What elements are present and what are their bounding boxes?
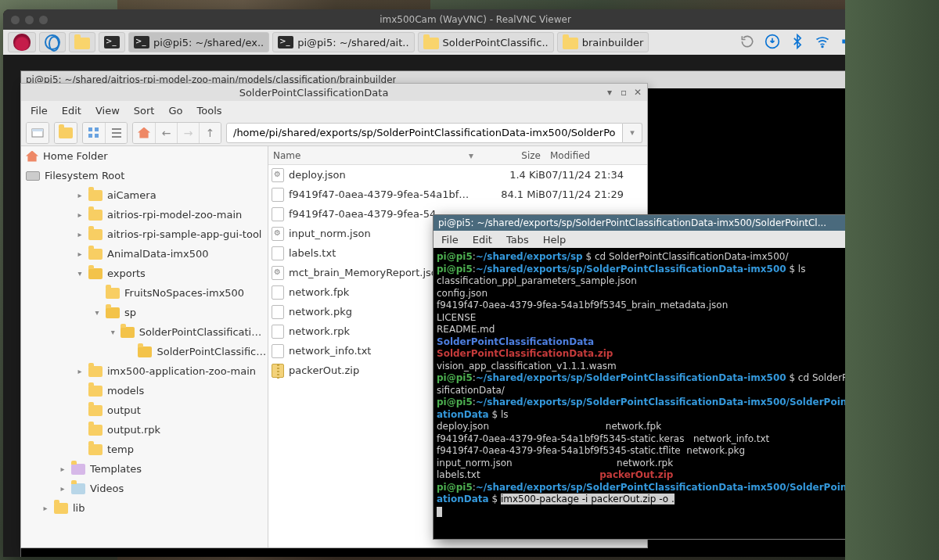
tree-label: output [107, 404, 141, 416]
drive-icon [26, 171, 40, 181]
menu-help[interactable]: Help [543, 234, 567, 246]
window-controls[interactable]: ▾▫✕ [873, 217, 914, 228]
taskbar-item-7[interactable]: brainbuilder [557, 32, 649, 52]
min-button[interactable]: ▾ [603, 87, 616, 98]
file-list-header[interactable]: Name ▾ Size Modified [268, 146, 647, 165]
folder-icon [423, 38, 439, 49]
min-button[interactable]: ▾ [883, 74, 896, 85]
tree-item[interactable]: output.rpk [21, 420, 268, 440]
menu-edit[interactable]: Edit [473, 234, 492, 246]
home-button[interactable] [133, 123, 155, 143]
open-folder-button[interactable] [55, 123, 77, 143]
taskbar-item-4[interactable]: >_pi@pi5: ~/shared/ex.. [128, 32, 269, 52]
tree-toggle-icon[interactable]: ▸ [76, 249, 84, 258]
bluetooth-icon[interactable] [790, 34, 805, 52]
tree-item[interactable]: temp [21, 440, 268, 459]
traffic-lights[interactable] [3, 16, 56, 24]
tree-item[interactable]: ▾exports [21, 264, 268, 283]
list-view-button[interactable] [105, 123, 127, 143]
wifi-icon[interactable] [815, 34, 830, 52]
column-modified[interactable]: Modified [545, 150, 647, 161]
up-button[interactable]: ↑ [199, 123, 221, 143]
path-bar: ▾ [226, 123, 642, 143]
tree-toggle-icon[interactable]: ▸ [76, 367, 84, 375]
tree-toggle-icon[interactable]: ▸ [76, 230, 84, 239]
taskbar-item-0[interactable] [8, 32, 36, 52]
terminal-titlebar[interactable]: pi@pi5: ~/shared/exports/sp/SolderPointC… [434, 215, 919, 231]
tree-toggle-icon[interactable]: ▸ [59, 465, 67, 473]
window-controls[interactable]: ▾▫✕ [603, 87, 644, 98]
terminal-window[interactable]: pi@pi5: ~/shared/exports/sp/SolderPointC… [433, 214, 919, 540]
update-icon[interactable] [739, 34, 755, 52]
download-icon[interactable] [765, 34, 780, 52]
folder-icon [88, 229, 103, 240]
folder-icon [74, 38, 90, 49]
tree-item[interactable]: ▸aiCamera [21, 185, 268, 205]
terminal-title: pi@pi5: ~/shared/exports/sp/SolderPointC… [438, 217, 873, 228]
volume-icon[interactable] [840, 34, 855, 52]
tree-item[interactable]: output [21, 400, 268, 420]
new-tab-button[interactable] [27, 123, 49, 143]
tree-item[interactable]: ▸aitrios-rpi-model-zoo-main [21, 205, 268, 224]
vnc-window: imx500Cam (WayVNC) - RealVNC Viewer >_>_… [3, 9, 934, 557]
back-button[interactable]: ← [155, 123, 177, 143]
sidebar-fsroot[interactable]: Filesystem Root [21, 166, 268, 185]
menu-tools[interactable]: Tools [197, 105, 222, 117]
file-row[interactable]: deploy.json1.4 KiB07/11/24 21:34 [268, 165, 647, 185]
column-size[interactable]: Size [475, 150, 545, 161]
forward-button[interactable]: → [177, 123, 199, 143]
taskbar: >_>_pi@pi5: ~/shared/ex..>_pi@pi5: ~/sha… [3, 30, 934, 55]
tree-item[interactable]: ▾sp [21, 303, 268, 322]
close-button[interactable]: ✕ [901, 217, 914, 228]
tree-item[interactable]: ▸AnimalData-imx500 [21, 244, 268, 264]
taskbar-item-6[interactable]: SolderPointClassific.. [418, 32, 554, 52]
tree-toggle-icon[interactable]: ▸ [41, 504, 49, 512]
max-button[interactable]: ▫ [887, 217, 900, 228]
tree-item[interactable]: ▸lib [21, 498, 268, 518]
tree-item[interactable]: ▸imx500-application-zoo-main [21, 361, 268, 381]
path-input[interactable] [226, 123, 623, 143]
terminal-body[interactable]: pi@pi5:~/shared/exports/sp $ cd SolderPo… [434, 248, 919, 521]
vnc-title: imx500Cam (WayVNC) - RealVNC Viewer [56, 14, 895, 25]
close-button[interactable]: ✕ [631, 87, 644, 98]
menu-view[interactable]: View [95, 105, 120, 117]
window-controls[interactable]: ▾▫✕ [883, 74, 924, 85]
tree-item[interactable]: SolderPointClassificationData [21, 342, 268, 361]
icon-view-button[interactable] [83, 123, 105, 143]
file-manager-titlebar[interactable]: SolderPointClassificationData ▾▫✕ [21, 84, 647, 101]
tree-label: exports [107, 267, 146, 279]
tree-toggle-icon[interactable]: ▾ [110, 328, 116, 336]
sidebar-home[interactable]: Home Folder [21, 146, 268, 166]
max-button[interactable]: ▫ [898, 74, 910, 85]
file-row[interactable]: f9419f47-0aea-4379-9fea-54a1bf9f5345-s..… [268, 185, 647, 204]
tree-toggle-icon[interactable]: ▸ [76, 210, 84, 219]
tree-toggle-icon[interactable]: ▸ [76, 191, 84, 199]
column-name[interactable]: Name [268, 150, 464, 161]
tree-toggle-icon[interactable]: ▾ [76, 269, 84, 278]
path-dropdown[interactable]: ▾ [623, 123, 642, 143]
tree-item[interactable]: models [21, 381, 268, 400]
taskbar-item-5[interactable]: >_pi@pi5: ~/shared/ait.. [272, 32, 414, 52]
tree-toggle-icon[interactable]: ▸ [59, 484, 67, 493]
menu-sort[interactable]: Sort [134, 105, 155, 117]
menu-tabs[interactable]: Tabs [506, 234, 529, 246]
min-button[interactable]: ▾ [873, 217, 886, 228]
tree-item[interactable]: ▾SolderPointClassificationData-imx500 [21, 322, 268, 342]
max-button[interactable]: ▫ [617, 87, 630, 98]
menu-file[interactable]: File [441, 234, 459, 246]
taskbar-item-3[interactable]: >_ [99, 32, 125, 52]
menu-go[interactable]: Go [168, 105, 182, 117]
tree-item[interactable]: FruitsNoSpaces-imx500 [21, 283, 268, 303]
taskbar-item-2[interactable] [69, 32, 95, 52]
tree-item[interactable]: ▸Templates [21, 459, 268, 479]
clock[interactable]: 15:19 [890, 35, 923, 49]
mic-icon[interactable] [865, 34, 880, 52]
taskbar-item-1[interactable] [39, 32, 66, 52]
tree-item[interactable]: ▸Videos [21, 479, 268, 498]
close-button[interactable]: ✕ [912, 74, 924, 85]
tree-item[interactable]: ▸aitrios-rpi-sample-app-gui-tool [21, 224, 268, 244]
menu-edit[interactable]: Edit [62, 105, 81, 117]
tree-toggle-icon[interactable]: ▾ [93, 308, 101, 317]
menu-file[interactable]: File [31, 105, 48, 117]
terminal-icon: >_ [104, 36, 120, 48]
